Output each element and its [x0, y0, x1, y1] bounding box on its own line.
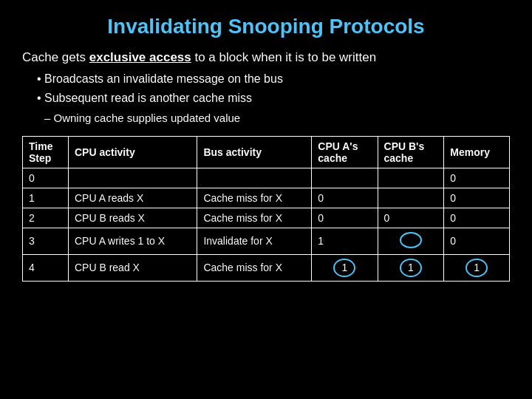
bullet-2: Subsequent read is another cache miss: [37, 90, 510, 106]
table-row: 00: [23, 168, 510, 188]
table-cell: CPU B read X: [68, 254, 197, 282]
table-cell: 1: [444, 254, 510, 282]
table-cell: CPU A writes 1 to X: [68, 228, 197, 254]
table-row: 2CPU B reads XCache miss for X000: [23, 208, 510, 228]
table-cell: 0: [444, 188, 510, 208]
table-cell: 2: [23, 208, 69, 228]
col-header-time: TimeStep: [23, 136, 69, 168]
sub-bullet-1: Owning cache supplies updated value: [44, 110, 510, 126]
table-cell: [378, 188, 444, 208]
table-cell: Cache miss for X: [197, 254, 312, 282]
sub-bullet-list: Owning cache supplies updated value: [44, 110, 510, 126]
table-cell: [378, 168, 444, 188]
intro-prefix: Cache gets: [22, 50, 89, 64]
table-cell: 1: [23, 188, 69, 208]
table-cell: 1: [312, 228, 378, 254]
table-cell: 0: [23, 168, 69, 188]
table-row: 4CPU B read XCache miss for X111: [23, 254, 510, 282]
col-header-cpu-activity: CPU activity: [68, 136, 197, 168]
snooping-table: TimeStep CPU activity Bus activity CPU A…: [22, 136, 510, 282]
col-header-bus-activity: Bus activity: [197, 136, 312, 168]
table-cell: Cache miss for X: [197, 208, 312, 228]
table-cell: 0: [312, 188, 378, 208]
table-cell: CPU B reads X: [68, 208, 197, 228]
table-cell: Cache miss for X: [197, 188, 312, 208]
table-cell: 0: [312, 208, 378, 228]
table-cell: 0: [444, 228, 510, 254]
table-cell: [378, 228, 444, 254]
intro-paragraph: Cache gets exclusive access to a block w…: [22, 49, 510, 66]
table-cell: 4: [23, 254, 69, 282]
table-cell: 1: [312, 254, 378, 282]
table-cell: [312, 168, 378, 188]
table-cell: 1: [378, 254, 444, 282]
page-title: Invalidating Snooping Protocols: [22, 15, 510, 38]
table-header-row: TimeStep CPU activity Bus activity CPU A…: [23, 136, 510, 168]
intro-bold: exclusive access: [89, 50, 191, 64]
bullet-1: Broadcasts an invalidate message on the …: [37, 71, 510, 87]
table-cell: 0: [444, 168, 510, 188]
table-cell: 0: [378, 208, 444, 228]
table-cell: [68, 168, 197, 188]
col-header-memory: Memory: [444, 136, 510, 168]
table-row: 3CPU A writes 1 to XInvalidate for X10: [23, 228, 510, 254]
table-cell: [197, 168, 312, 188]
table-row: 1CPU A reads XCache miss for X00: [23, 188, 510, 208]
intro-suffix: to a block when it is to be written: [191, 50, 376, 64]
table-cell: 3: [23, 228, 69, 254]
bullet-list: Broadcasts an invalidate message on the …: [37, 71, 510, 107]
table-cell: 0: [444, 208, 510, 228]
table-cell: CPU A reads X: [68, 188, 197, 208]
col-header-cpua-cache: CPU A'scache: [312, 136, 378, 168]
table-cell: Invalidate for X: [197, 228, 312, 254]
col-header-cpub-cache: CPU B'scache: [378, 136, 444, 168]
